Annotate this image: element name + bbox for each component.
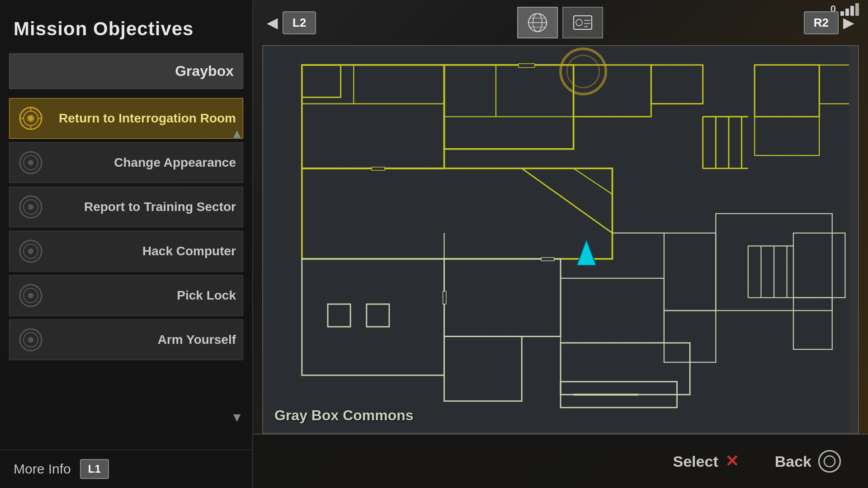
bottom-actions-container: Select ✕ Back	[253, 450, 868, 473]
objective-icon-5	[16, 281, 45, 310]
svg-point-86	[824, 456, 835, 467]
select-action-group: Select ✕	[673, 452, 739, 471]
svg-point-13	[28, 204, 33, 210]
globe-map-button[interactable]	[517, 7, 558, 38]
objectives-list: Return to Interrogation Room Change Appe…	[0, 98, 252, 450]
nav-arrow-right[interactable]: ▶	[843, 14, 854, 31]
objective-icon-6	[16, 325, 45, 354]
location-name: Graybox	[175, 63, 234, 79]
nav-center	[517, 7, 603, 38]
l1-button[interactable]: L1	[80, 459, 109, 479]
map-area: ◀ L2	[253, 0, 868, 488]
objective-label-appearance: Change Appearance	[54, 155, 236, 170]
more-info-label: More Info	[14, 461, 71, 477]
svg-rect-82	[443, 291, 446, 304]
objective-label-training: Report to Training Sector	[54, 199, 236, 215]
left-panel: Mission Objectives Graybox ▲ Return to I…	[0, 0, 253, 488]
objective-change-appearance[interactable]: Change Appearance	[9, 142, 243, 183]
bottom-bar-left: More Info L1	[0, 450, 252, 488]
svg-rect-42	[519, 64, 535, 68]
back-action-group: Back	[775, 450, 841, 473]
objective-label-hack: Hack Computer	[54, 244, 236, 259]
map-location-label: Gray Box Commons	[274, 407, 414, 424]
objective-hack-computer[interactable]: Hack Computer	[9, 231, 243, 272]
objective-pick-lock[interactable]: Pick Lock	[9, 275, 243, 316]
nav-arrow-left[interactable]: ◀	[267, 14, 278, 31]
objective-arm-yourself[interactable]: Arm Yourself	[9, 319, 243, 360]
select-label: Select	[673, 453, 718, 470]
nav-left: ◀ L2	[267, 11, 316, 34]
objective-label-pick: Pick Lock	[54, 288, 236, 303]
map-svg	[263, 46, 858, 433]
back-label: Back	[775, 453, 811, 470]
r2-button[interactable]: R2	[804, 11, 839, 34]
svg-rect-28	[574, 16, 592, 29]
nav-right: R2 ▶	[804, 11, 854, 34]
svg-point-10	[28, 160, 33, 165]
circle-button[interactable]	[818, 450, 841, 473]
location-badge: Graybox	[9, 53, 243, 89]
mission-title: Mission Objectives	[0, 0, 252, 53]
svg-rect-80	[372, 167, 385, 170]
svg-rect-81	[541, 258, 554, 261]
objective-report-training[interactable]: Report to Training Sector	[9, 187, 243, 227]
map-container: Gray Box Commons	[262, 45, 859, 434]
objective-icon-2	[16, 148, 45, 177]
objective-return-interrogation[interactable]: Return to Interrogation Room	[9, 98, 243, 139]
bottom-action-bar: Select ✕ Back	[253, 434, 868, 488]
top-nav: ◀ L2	[253, 0, 868, 45]
objective-icon-4	[16, 237, 45, 266]
svg-point-29	[576, 19, 582, 26]
scroll-down-arrow[interactable]: ▼	[231, 410, 243, 425]
objective-label-arm: Arm Yourself	[54, 332, 236, 347]
map-scrollbar[interactable]	[849, 46, 858, 433]
svg-point-16	[28, 249, 33, 254]
objective-icon-3	[16, 192, 45, 221]
x-button-icon[interactable]: ✕	[725, 452, 739, 471]
objective-label-return: Return to Interrogation Room	[54, 111, 236, 126]
scroll-up-arrow[interactable]: ▲	[231, 127, 243, 141]
id-card-button[interactable]	[562, 7, 603, 38]
l2-button[interactable]: L2	[283, 11, 316, 34]
objective-icon-active	[16, 104, 45, 133]
svg-point-22	[28, 337, 33, 343]
svg-point-3	[29, 117, 33, 120]
svg-point-19	[28, 293, 33, 298]
